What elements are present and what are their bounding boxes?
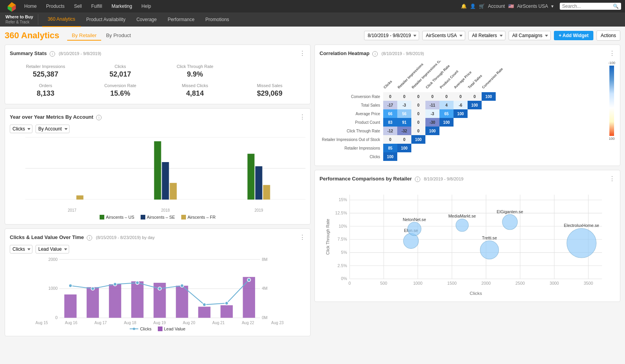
x-label-2018: 2018 xyxy=(161,208,170,212)
actions-button[interactable]: Actions xyxy=(596,30,620,41)
svg-text:15%: 15% xyxy=(339,197,347,202)
legend-us-dot xyxy=(100,215,104,219)
yoy-chart-header: Year over Year Metrics By Account i ⋮ xyxy=(10,113,305,121)
svg-text:0M: 0M xyxy=(262,315,268,320)
summary-stats-bottom-row: Orders 8,133 Conversion Rate 15.6% Misse… xyxy=(10,82,305,99)
heatmap-title: Correlation Heatmap xyxy=(320,50,370,56)
yoy-chart-svg: 0k200k400k xyxy=(25,137,305,200)
cart-icon[interactable]: 🛒 xyxy=(479,4,485,9)
brand-label: Where to Buy Refer & Track xyxy=(4,14,38,25)
yoy-group-select[interactable]: By Account xyxy=(36,125,70,133)
colorbar-100plus-label: 100 xyxy=(609,137,614,141)
combo-leadvalue-label: Lead Value xyxy=(164,327,186,331)
region-label[interactable]: AirScents USA xyxy=(517,4,548,9)
summary-stats-date: (8/10/2019 - 9/8/2019) xyxy=(59,51,101,56)
flag-icon: 🇺🇸 xyxy=(508,4,514,9)
stat-orders-value: 8,133 xyxy=(10,89,81,98)
stat-clicks-label: Clicks xyxy=(84,64,156,69)
tab-by-product[interactable]: By Product xyxy=(101,31,136,41)
all-retailers-filter[interactable]: All Retailers xyxy=(468,31,505,40)
combo-metric2-select[interactable]: Lead Value xyxy=(36,245,69,253)
svg-text:Click Through Rate: Click Through Rate xyxy=(325,219,330,255)
campaigns-filter[interactable]: All Campaigns xyxy=(509,31,551,40)
retailer-brand-filter[interactable]: AirScents USA xyxy=(422,31,465,40)
user-icon[interactable]: 👤 xyxy=(470,4,476,9)
legend-fr-dot xyxy=(181,215,186,219)
legend-se-dot xyxy=(141,215,145,219)
svg-text:MediaMarkt.se: MediaMarkt.se xyxy=(448,214,476,218)
combo-chart-date: (8/15/2019 - 8/23/2019) by day xyxy=(96,235,154,240)
nav-sell[interactable]: Sell xyxy=(69,0,86,12)
summary-stats-menu[interactable]: ⋮ xyxy=(299,50,305,57)
account-button[interactable]: Account xyxy=(488,4,505,9)
subnav-product-availability[interactable]: Product Availability xyxy=(81,12,131,27)
stat-retailer-impressions-value: 525,387 xyxy=(10,70,81,79)
svg-text:1000: 1000 xyxy=(413,281,423,285)
subnav-360analytics[interactable]: 360 Analytics xyxy=(42,12,81,27)
date-range-filter[interactable]: 8/10/2019 - 9/8/2019 xyxy=(364,31,419,40)
stat-missed-sales: Missed Sales $29,069 xyxy=(234,83,305,98)
nav-home[interactable]: Home xyxy=(20,0,41,12)
svg-rect-11 xyxy=(162,162,169,200)
top-nav: Home Products Sell Fulfill Marketing Hel… xyxy=(0,0,625,12)
nav-marketing[interactable]: Marketing xyxy=(107,0,137,12)
heatmap-menu[interactable]: ⋮ xyxy=(609,50,615,57)
combo-legend-leadvalue: Lead Value xyxy=(158,327,186,331)
svg-text:500: 500 xyxy=(380,281,387,285)
chevron-down-icon[interactable]: ▾ xyxy=(551,4,554,9)
logo xyxy=(4,0,20,12)
svg-text:7.5%: 7.5% xyxy=(338,237,347,241)
legend-fr-label: Airscents – FR xyxy=(188,215,216,219)
stat-orders: Orders 8,133 xyxy=(10,83,81,98)
legend-us-label: Airscents – US xyxy=(106,215,134,219)
combo-chart-menu[interactable]: ⋮ xyxy=(299,234,305,241)
scatter-info-icon[interactable]: i xyxy=(415,177,420,182)
svg-text:2500: 2500 xyxy=(516,281,525,285)
subnav-coverage[interactable]: Coverage xyxy=(131,12,162,27)
heatmap-date: (8/10/2019 - 9/8/2019) xyxy=(382,51,424,56)
page-content: 360 Analytics By Retailer By Product 8/1… xyxy=(0,27,625,340)
yoy-chart-controls: Clicks By Account xyxy=(10,125,305,133)
summary-stats-info-icon[interactable]: i xyxy=(50,51,55,57)
legend-us: Airscents – US xyxy=(100,215,134,219)
summary-stats-title: Summary Stats xyxy=(10,50,47,56)
yoy-info-icon[interactable]: i xyxy=(96,115,102,120)
nav-fulfill[interactable]: Fulfill xyxy=(86,0,107,12)
subnav-performance[interactable]: Performance xyxy=(162,12,200,27)
legend-se: Airscents – SE xyxy=(141,215,175,219)
subnav-promotions[interactable]: Promotions xyxy=(200,12,235,27)
svg-rect-9 xyxy=(77,195,84,200)
yoy-chart-menu[interactable]: ⋮ xyxy=(299,113,305,121)
nav-products[interactable]: Products xyxy=(41,0,69,12)
heatmap-info-icon[interactable]: i xyxy=(372,51,378,57)
combo-x-aug15: Aug 15 xyxy=(36,321,48,325)
svg-point-79 xyxy=(408,222,421,236)
x-label-2019: 2019 xyxy=(254,208,263,212)
svg-point-39 xyxy=(180,284,184,287)
scatter-menu[interactable]: ⋮ xyxy=(609,175,615,182)
svg-text:4M: 4M xyxy=(262,286,268,291)
svg-text:3500: 3500 xyxy=(584,281,593,285)
svg-point-85 xyxy=(480,241,498,259)
svg-point-42 xyxy=(247,278,251,282)
svg-point-41 xyxy=(225,302,229,305)
combo-legend: Clicks Lead Value xyxy=(10,327,305,331)
stat-missed-sales-label: Missed Sales xyxy=(234,83,305,88)
add-widget-button[interactable]: + Add Widget xyxy=(554,31,593,40)
svg-point-83 xyxy=(502,214,518,230)
search-input[interactable] xyxy=(562,4,613,9)
right-icons: 🔔 👤 🛒 Account 🇺🇸 AirScents USA ▾ 🔍 xyxy=(461,3,621,10)
tab-by-retailer[interactable]: By Retailer xyxy=(67,31,102,41)
summary-stats-title-group: Summary Stats i (8/10/2019 - 9/8/2019) xyxy=(10,50,101,57)
svg-text:5%: 5% xyxy=(341,250,347,255)
combo-info-icon[interactable]: i xyxy=(87,235,92,241)
bell-icon[interactable]: 🔔 xyxy=(461,4,467,9)
search-icon[interactable]: 🔍 xyxy=(613,4,619,9)
stat-missed-clicks-value: 4,814 xyxy=(159,89,231,98)
stat-missed-sales-value: $29,069 xyxy=(234,89,305,98)
nav-help[interactable]: Help xyxy=(137,0,156,12)
svg-text:0: 0 xyxy=(348,281,351,285)
svg-text:1500: 1500 xyxy=(447,281,457,285)
yoy-metric-select[interactable]: Clicks xyxy=(10,125,32,133)
combo-metric1-select[interactable]: Clicks xyxy=(10,245,32,253)
